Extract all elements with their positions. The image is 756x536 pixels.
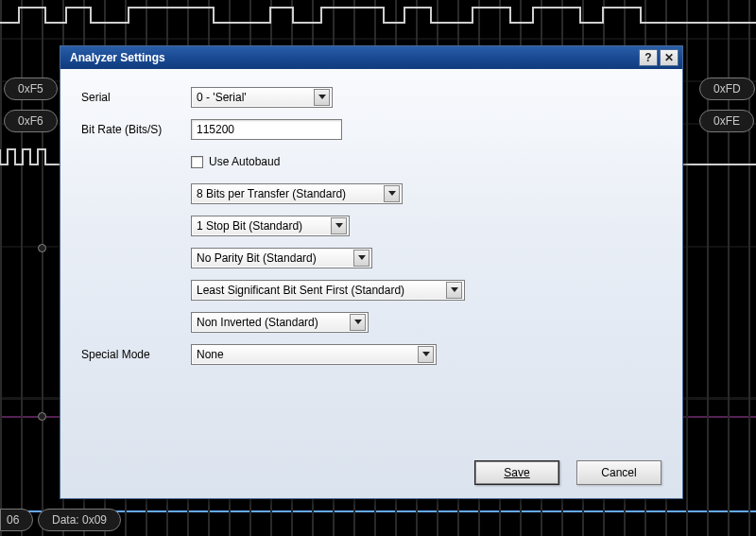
pill-label: 06: [7, 510, 19, 530]
help-button[interactable]: ?: [639, 49, 658, 66]
special-mode-select[interactable]: None: [191, 344, 437, 365]
pill-label: 0xFD: [713, 78, 741, 99]
parity-select[interactable]: No Parity Bit (Standard): [191, 248, 372, 268]
bg-pill: 0xFD: [699, 78, 755, 100]
input-value: 115200: [197, 123, 234, 136]
chevron-down-icon: [384, 185, 400, 202]
bitrate-input[interactable]: 115200: [191, 119, 342, 140]
waveform-row: [0, 4, 756, 26]
bg-pill: Data: 0x09: [38, 509, 121, 531]
select-value: 0 - 'Serial': [197, 91, 314, 104]
bitrate-label: Bit Rate (Bits/S): [81, 123, 191, 136]
analyzer-settings-dialog: Analyzer Settings ? ✕ Serial 0 - 'Serial…: [60, 45, 683, 499]
autobaud-checkbox[interactable]: [191, 156, 203, 168]
dialog-title: Analyzer Settings: [70, 51, 165, 64]
serial-label: Serial: [81, 91, 191, 104]
chevron-down-icon: [418, 346, 434, 363]
pill-label: 0xFE: [713, 111, 740, 131]
help-icon: ?: [644, 51, 651, 64]
save-button[interactable]: Save: [474, 460, 559, 485]
marker-dot: [38, 412, 46, 421]
bg-pill: 0xF6: [4, 110, 58, 132]
marker-dot: [38, 244, 46, 252]
dialog-buttons: Save Cancel: [81, 447, 662, 485]
titlebar: Analyzer Settings ? ✕: [60, 46, 682, 69]
stop-bits-select[interactable]: 1 Stop Bit (Standard): [191, 216, 350, 236]
inversion-select[interactable]: Non Inverted (Standard): [191, 312, 369, 333]
chevron-down-icon: [331, 217, 347, 234]
select-value: Non Inverted (Standard): [197, 316, 350, 329]
chevron-down-icon: [350, 314, 366, 331]
close-button[interactable]: ✕: [660, 49, 679, 66]
pill-label: 0xF5: [18, 78, 43, 99]
select-value: 1 Stop Bit (Standard): [197, 219, 331, 233]
bg-pill: 06: [0, 509, 33, 531]
form: Serial 0 - 'Serial' Bit Rate (Bits/S) 11…: [81, 86, 662, 447]
bits-per-transfer-select[interactable]: 8 Bits per Transfer (Standard): [191, 183, 403, 204]
button-label: Save: [504, 466, 529, 479]
chevron-down-icon: [353, 250, 369, 267]
serial-select[interactable]: 0 - 'Serial': [191, 87, 333, 108]
select-value: None: [197, 348, 418, 361]
dialog-body: Serial 0 - 'Serial' Bit Rate (Bits/S) 11…: [60, 69, 682, 498]
close-icon: ✕: [664, 51, 674, 64]
pill-label: 0xF6: [18, 111, 43, 131]
pill-label: Data: 0x09: [52, 510, 107, 530]
chevron-down-icon: [446, 282, 462, 299]
cancel-button[interactable]: Cancel: [576, 460, 662, 485]
button-label: Cancel: [601, 466, 636, 479]
bg-pill: 0xFE: [699, 110, 754, 132]
bit-order-select[interactable]: Least Significant Bit Sent First (Standa…: [191, 280, 465, 301]
select-value: No Parity Bit (Standard): [197, 251, 353, 265]
autobaud-label: Use Autobaud: [209, 155, 280, 168]
chevron-down-icon: [314, 89, 330, 106]
select-value: Least Significant Bit Sent First (Standa…: [197, 284, 446, 297]
select-value: 8 Bits per Transfer (Standard): [197, 187, 384, 200]
special-mode-label: Special Mode: [81, 348, 191, 361]
bg-pill: 0xF5: [4, 78, 58, 100]
